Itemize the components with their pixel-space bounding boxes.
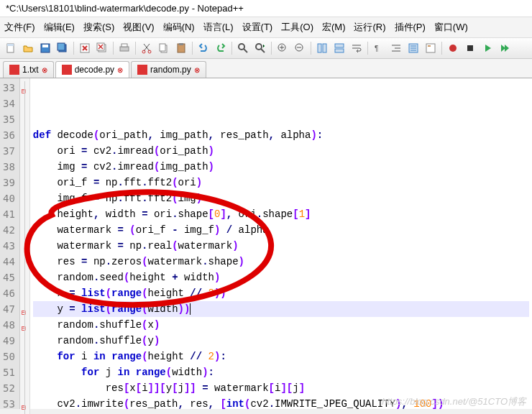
separator <box>135 42 136 55</box>
separator <box>271 42 272 55</box>
svg-text:¶: ¶ <box>375 45 378 52</box>
svg-rect-30 <box>467 45 473 51</box>
tab-close-icon[interactable]: ⊗ <box>194 66 200 74</box>
svg-rect-23 <box>335 44 344 47</box>
code-line[interactable]: random.shuffle(x) <box>33 317 529 333</box>
menu-item[interactable]: 文件(F) <box>0 19 40 36</box>
tab-close-icon[interactable]: ⊗ <box>117 66 123 74</box>
svg-point-18 <box>256 44 262 50</box>
indent-button[interactable] <box>388 40 404 56</box>
menu-item[interactable]: 工具(O) <box>277 19 318 36</box>
open-file-button[interactable] <box>20 40 36 56</box>
code-line[interactable]: img = cv2.imread(img_path) <box>33 159 529 175</box>
tab[interactable]: random.py⊗ <box>131 61 206 78</box>
menu-item[interactable]: 编码(N) <box>159 19 199 36</box>
code-line[interactable]: for i in range(height // 2): <box>33 349 529 364</box>
separator <box>113 42 114 55</box>
tab-bar: 1.txt⊗decode.py⊗random.py⊗ <box>0 59 532 78</box>
separator <box>367 42 368 55</box>
paste-button[interactable] <box>173 40 189 56</box>
separator <box>73 42 74 55</box>
replace-button[interactable] <box>252 40 268 56</box>
separator <box>231 42 232 55</box>
code-line[interactable]: x = list(range(height // 2)) <box>33 285 529 301</box>
play-button[interactable] <box>480 40 495 56</box>
code-line[interactable]: res[x[i]][y[j]] = watermark[i][j] <box>33 380 529 396</box>
menu-item[interactable]: 插件(P) <box>390 19 430 36</box>
code-line[interactable]: img_f = np.fft.fft2(img) <box>33 190 529 206</box>
file-icon <box>9 65 19 75</box>
code-line[interactable]: watermark = (ori_f - img_f) / alpha <box>33 222 529 238</box>
save-button[interactable] <box>37 40 53 56</box>
code-line[interactable]: watermark = np.real(watermark) <box>33 238 529 254</box>
code-line[interactable]: res = np.zeros(watermark.shape) <box>33 254 529 270</box>
record-button[interactable] <box>445 40 461 56</box>
svg-rect-3 <box>42 45 48 47</box>
tab[interactable]: decode.py⊗ <box>55 61 129 78</box>
svg-rect-14 <box>160 44 165 51</box>
code-line[interactable]: height, width = ori.shape[0], ori.shape[… <box>33 206 529 222</box>
tab-label: 1.txt <box>22 65 39 75</box>
svg-rect-21 <box>318 44 321 52</box>
sync-v-button[interactable] <box>314 40 330 56</box>
sync-h-button[interactable] <box>331 40 347 56</box>
svg-rect-22 <box>323 44 326 52</box>
wrap-button[interactable] <box>349 40 364 56</box>
tab[interactable]: 1.txt⊗ <box>3 61 54 78</box>
menu-item[interactable]: 语言(L) <box>199 19 238 36</box>
code-line[interactable]: def decode(ori_path, img_path, res_path,… <box>33 127 529 143</box>
cut-button[interactable] <box>139 40 155 56</box>
svg-rect-5 <box>58 43 65 50</box>
svg-rect-16 <box>179 43 183 45</box>
stop-button[interactable] <box>462 40 478 56</box>
tab-label: decode.py <box>75 65 114 75</box>
separator <box>311 42 311 55</box>
fold-column[interactable]: ⊟⊟⊟⊟ <box>20 78 30 414</box>
doc-map-button[interactable] <box>423 40 439 56</box>
menu-item[interactable]: 设置(T) <box>238 19 278 36</box>
separator <box>441 42 442 55</box>
menu-item[interactable]: 窗口(W) <box>430 19 472 36</box>
tab-close-icon[interactable]: ⊗ <box>42 66 47 74</box>
code-line[interactable]: cv2.imwrite(res_path, res, [int(cv2.IMWR… <box>33 396 529 412</box>
svg-rect-24 <box>335 49 344 52</box>
toolbar: ¶ <box>0 38 532 59</box>
code-line[interactable]: for j in range(width): <box>33 364 529 380</box>
code-line[interactable]: ori = cv2.imread(ori_path) <box>33 143 529 159</box>
zoom-out-button[interactable] <box>292 40 308 56</box>
func-list-button[interactable] <box>405 40 421 56</box>
line-number-gutter: 3334353637383940414243444546474849505152… <box>0 78 20 409</box>
menu-item[interactable]: 搜索(S) <box>79 19 119 36</box>
svg-rect-10 <box>121 44 127 47</box>
close-all-button[interactable] <box>94 40 110 56</box>
svg-point-29 <box>449 45 457 52</box>
code-area[interactable]: def decode(ori_path, img_path, res_path,… <box>30 78 532 409</box>
file-icon <box>62 65 72 75</box>
menu-item[interactable]: 宏(M) <box>318 19 350 36</box>
window-title: *C:\Users\18101\blind-watermark\decode.p… <box>0 0 532 17</box>
undo-button[interactable] <box>196 40 211 56</box>
svg-rect-28 <box>428 45 431 47</box>
find-button[interactable] <box>235 40 251 56</box>
save-all-button[interactable] <box>55 40 70 56</box>
menu-item[interactable]: 运行(R) <box>349 19 390 36</box>
file-icon <box>137 65 147 75</box>
new-file-button[interactable] <box>3 40 19 56</box>
svg-rect-27 <box>426 44 435 52</box>
code-editor[interactable]: 3334353637383940414243444546474849505152… <box>0 78 532 409</box>
zoom-in-button[interactable] <box>275 40 290 56</box>
close-button[interactable] <box>77 40 93 56</box>
redo-button[interactable] <box>213 40 229 56</box>
menu-bar: 文件(F)编辑(E)搜索(S)视图(V)编码(N)语言(L)设置(T)工具(O)… <box>0 17 532 38</box>
code-line[interactable]: random.shuffle(y) <box>33 333 529 349</box>
copy-button[interactable] <box>156 40 172 56</box>
show-all-button[interactable]: ¶ <box>371 40 387 56</box>
code-line[interactable]: y = list(range(width)) <box>33 301 529 317</box>
menu-item[interactable]: 视图(V) <box>119 19 158 36</box>
print-button[interactable] <box>116 40 132 56</box>
svg-rect-9 <box>120 47 129 51</box>
code-line[interactable]: ori_f = np.fft.fft2(ori) <box>33 175 529 190</box>
play-multi-button[interactable] <box>497 40 513 56</box>
code-line[interactable]: random.seed(height + width) <box>33 270 529 285</box>
menu-item[interactable]: 编辑(E) <box>40 19 79 36</box>
